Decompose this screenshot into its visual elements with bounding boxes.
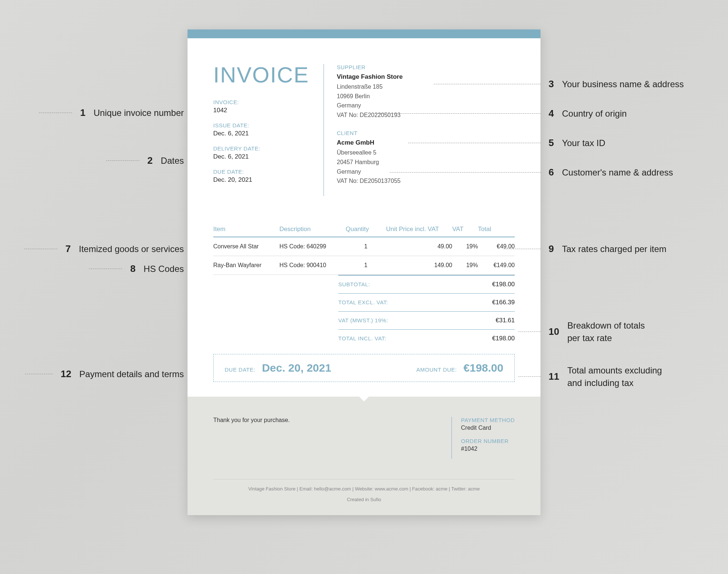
item-qty: 1 [346, 237, 386, 256]
annotation-number: 11 [549, 371, 559, 382]
annotation-text: HS Codes [144, 263, 184, 275]
col-total: Total [478, 222, 515, 237]
annotation-1: Unique invoice number 1 [22, 107, 184, 119]
annotation-text: Total amounts excluding and including ta… [567, 364, 662, 389]
delivery-date-block: DELIVERY DATE: Dec. 6, 2021 [213, 145, 324, 160]
item-name: Converse All Star [213, 237, 279, 256]
annotation-line-icon [504, 249, 540, 249]
total-excl-label: TOTAL EXCL. VAT: [338, 299, 388, 305]
annotation-text: Breakdown of totals per tax rate [567, 319, 645, 344]
total-incl-label: TOTAL INCL. VAT: [338, 335, 386, 341]
due-date-box-value: Dec. 20, 2021 [262, 362, 331, 374]
supplier-city: 10969 Berlin [337, 92, 515, 101]
items-header-row: Item Description Quantity Unit Price inc… [213, 222, 515, 237]
annotation-line-icon [25, 374, 53, 374]
annotation-text: Your tax ID [562, 137, 605, 149]
amount-due-section: AMOUNT DUE: €198.00 [416, 362, 503, 374]
title-column: INVOICE INVOICE: 1042 ISSUE DATE: Dec. 6… [213, 64, 324, 196]
annotation-number: 7 [65, 243, 71, 255]
client-city: 20457 Hamburg [337, 157, 515, 167]
footer-contact-line: Vintage Fashion Store | Email: hello@acm… [213, 479, 515, 492]
due-date: Dec. 20, 2021 [213, 176, 324, 184]
annotation-number: 3 [549, 78, 554, 90]
annotation-text: Dates [161, 155, 184, 167]
annotation-text: Payment details and terms [79, 368, 184, 380]
order-number-label: ORDER NUMBER [461, 438, 515, 444]
amount-due-box: DUE DATE: Dec. 20, 2021 AMOUNT DUE: €198… [213, 354, 515, 382]
item-unit: 49.00 [386, 237, 452, 256]
payment-method-value: Credit Card [461, 425, 515, 431]
annotation-11: 11 Total amounts excluding and including… [518, 364, 662, 389]
amount-due-label: AMOUNT DUE: [416, 366, 457, 373]
payment-method-label: PAYMENT METHOD [461, 417, 515, 423]
annotation-9: 9 Tax rates charged per item [504, 243, 667, 255]
table-row: Converse All Star HS Code: 640299 1 49.0… [213, 237, 515, 256]
annotation-7: Itemized goods or services 7 [22, 243, 184, 255]
annotation-text: Country of origin [562, 107, 627, 120]
col-vat: VAT [452, 222, 478, 237]
annotation-number: 12 [61, 368, 71, 380]
annotation-text-line: per tax rate [567, 332, 645, 344]
annotation-5: 5 Your tax ID [408, 137, 605, 149]
amount-due-value: €198.00 [464, 362, 503, 374]
vat-row: VAT (MWST.) 19%: €31.61 [338, 312, 515, 330]
due-date-box-label: DUE DATE: [225, 366, 255, 373]
item-vat: 19% [452, 256, 478, 274]
vat-value: €31.61 [496, 317, 515, 324]
items-table: Item Description Quantity Unit Price inc… [213, 222, 515, 275]
issue-date-label: ISSUE DATE: [213, 122, 324, 128]
annotation-text: Tax rates charged per item [562, 243, 666, 255]
item-vat: 19% [452, 237, 478, 256]
annotation-number: 9 [549, 243, 554, 255]
payment-column: PAYMENT METHOD Credit Card ORDER NUMBER … [452, 417, 515, 459]
footer-flex: Thank you for your purchase. PAYMENT MET… [213, 417, 515, 459]
annotation-line-icon [518, 376, 540, 377]
annotation-number: 8 [130, 263, 135, 274]
subtotal-row: SUBTOTAL: €198.00 [338, 276, 515, 294]
annotation-2: Dates 2 [22, 155, 184, 167]
invoice-number: 1042 [213, 107, 324, 114]
annotation-line-icon [89, 269, 122, 269]
footer-created-line: Created in Sufio [213, 497, 515, 502]
annotation-line-icon [434, 84, 540, 84]
invoice-number-block: INVOICE: 1042 [213, 99, 324, 114]
annotation-number: 1 [80, 107, 85, 118]
annotation-line-icon [390, 172, 540, 173]
footer-notch-icon [359, 396, 369, 401]
invoice-top-bar [188, 29, 540, 38]
col-quantity: Quantity [346, 222, 386, 237]
annotation-number: 4 [549, 108, 554, 119]
annotation-line-icon [39, 113, 72, 113]
delivery-date-label: DELIVERY DATE: [213, 145, 324, 152]
totals-block: SUBTOTAL: €198.00 TOTAL EXCL. VAT: €166.… [338, 275, 515, 347]
annotation-line-icon [518, 332, 540, 332]
item-total: €149.00 [478, 256, 515, 274]
item-name: Ray-Ban Wayfarer [213, 256, 279, 274]
item-qty: 1 [346, 256, 386, 274]
issue-date: Dec. 6, 2021 [213, 130, 324, 137]
annotation-number: 6 [549, 167, 554, 178]
total-excl-value: €166.39 [492, 299, 515, 306]
supplier-label: SUPPLIER [337, 64, 515, 70]
annotation-3: 3 Your business name & address [434, 78, 684, 91]
annotation-number: 2 [147, 155, 153, 166]
client-street: Überseeallee 5 [337, 148, 515, 157]
invoice-document: INVOICE INVOICE: 1042 ISSUE DATE: Dec. 6… [188, 29, 540, 515]
issue-date-block: ISSUE DATE: Dec. 6, 2021 [213, 122, 324, 137]
annotation-text-line: and including tax [567, 377, 662, 389]
annotation-4: 4 Country of origin [375, 107, 627, 120]
annotation-12: Payment details and terms 12 [22, 368, 184, 380]
item-desc: HS Code: 900410 [279, 256, 346, 274]
annotation-10: 10 Breakdown of totals per tax rate [518, 319, 645, 344]
col-description: Description [279, 222, 346, 237]
delivery-date: Dec. 6, 2021 [213, 153, 324, 160]
table-row: Ray-Ban Wayfarer HS Code: 900410 1 149.0… [213, 256, 515, 274]
annotation-line-icon [24, 249, 57, 249]
annotation-text: Customer's name & address [562, 166, 673, 179]
vat-label: VAT (MWST.) 19%: [338, 317, 388, 323]
annotation-line-icon [106, 160, 139, 161]
annotation-line-icon [408, 143, 540, 143]
due-date-block: DUE DATE: Dec. 20, 2021 [213, 169, 324, 184]
payment-method-block: PAYMENT METHOD Credit Card [461, 417, 515, 431]
thank-you-text: Thank you for your purchase. [213, 417, 290, 459]
